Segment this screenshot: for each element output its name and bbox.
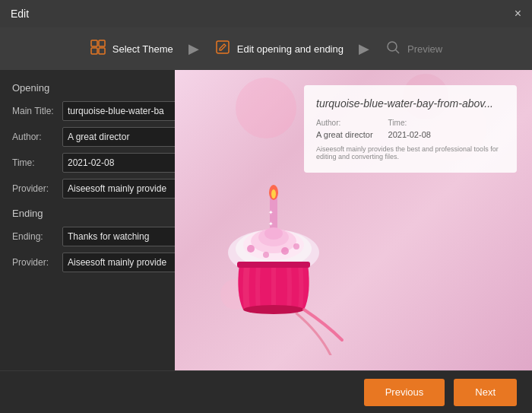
time-label: Time: [12,157,58,168]
svg-point-21 [293,243,299,249]
svg-point-19 [263,252,269,258]
step-edit-opening[interactable]: Edit opening and ending [202,33,356,65]
svg-rect-1 [99,40,105,46]
step-preview-label: Preview [407,43,442,55]
main-title-row: Main Title: [12,101,163,121]
ending-row: Ending: [12,227,163,246]
svg-point-18 [247,245,255,253]
step-edit-opening-label: Edit opening and ending [237,43,344,55]
step-select-theme[interactable]: Select Theme [78,33,185,65]
preview-author-value: A great director [316,130,373,139]
svg-point-20 [281,247,289,255]
time-input[interactable] [62,153,175,173]
edit-icon [214,39,231,59]
svg-line-6 [395,49,399,53]
step-bar: Select Theme ▶ Edit opening and ending ▶… [0,27,532,70]
ending-label: Ending: [12,231,58,242]
svg-text:✦: ✦ [268,209,274,216]
ending-section-title: Ending [12,208,163,219]
svg-rect-2 [91,48,97,54]
preview-text-overlay: turquoise-blue-water-bay-from-abov... Au… [304,85,517,173]
svg-rect-3 [99,48,105,54]
svg-point-23 [243,305,304,314]
author-label: Author: [12,132,58,142]
author-input[interactable] [62,127,175,147]
svg-point-9 [271,189,276,199]
preview-meta: Author: A great director Time: 2021-02-0… [316,119,505,139]
provider-label: Provider: [12,183,58,194]
main-title-label: Main Title: [12,106,58,116]
preview-area: ✦ ✦ [175,70,532,370]
svg-rect-4 [217,41,229,53]
ending-input[interactable] [62,227,175,246]
author-row: Author: [12,127,163,147]
main-content: Opening Main Title: Author: Time: Provid… [0,70,532,370]
step-arrow-1: ▶ [188,40,199,57]
preview-main-title: turquoise-blue-water-bay-from-abov... [316,97,505,110]
ending-provider-label: Provider: [12,257,58,268]
step-arrow-2: ▶ [359,40,369,57]
ending-provider-input[interactable] [62,253,175,272]
time-row: Time: [12,153,163,173]
left-panel: Opening Main Title: Author: Time: Provid… [0,70,175,370]
grid-icon [90,39,106,59]
title-bar: Edit × [0,0,532,27]
step-preview[interactable]: Preview [372,33,454,65]
next-button[interactable]: Next [454,379,517,406]
preview-time-label: Time: [388,119,431,127]
preview-provider-text: Aiseesoft mainly provides the best and p… [316,145,505,160]
opening-section-title: Opening [12,82,163,94]
preview-time-value: 2021-02-08 [388,130,431,139]
svg-rect-0 [91,40,97,46]
svg-point-17 [264,227,283,240]
bottom-bar: Previous Next [0,370,532,413]
close-button[interactable]: × [515,8,521,20]
search-icon [385,39,401,59]
svg-rect-22 [237,262,310,268]
main-title-input[interactable] [62,101,175,121]
preview-author-label: Author: [316,119,373,127]
svg-point-5 [388,42,397,51]
provider-input[interactable] [62,179,175,199]
preview-time-col: Time: 2021-02-08 [388,119,431,139]
provider-row: Provider: [12,179,163,199]
step-select-theme-label: Select Theme [112,43,173,55]
ending-provider-row: Provider: [12,253,163,272]
cupcake-decoration: ✦ ✦ [198,173,350,355]
preview-author-col: Author: A great director [316,119,373,139]
previous-button[interactable]: Previous [364,379,445,406]
svg-text:✦: ✦ [268,221,274,227]
preview-inner: ✦ ✦ [175,70,532,370]
dialog-title: Edit [11,8,29,20]
